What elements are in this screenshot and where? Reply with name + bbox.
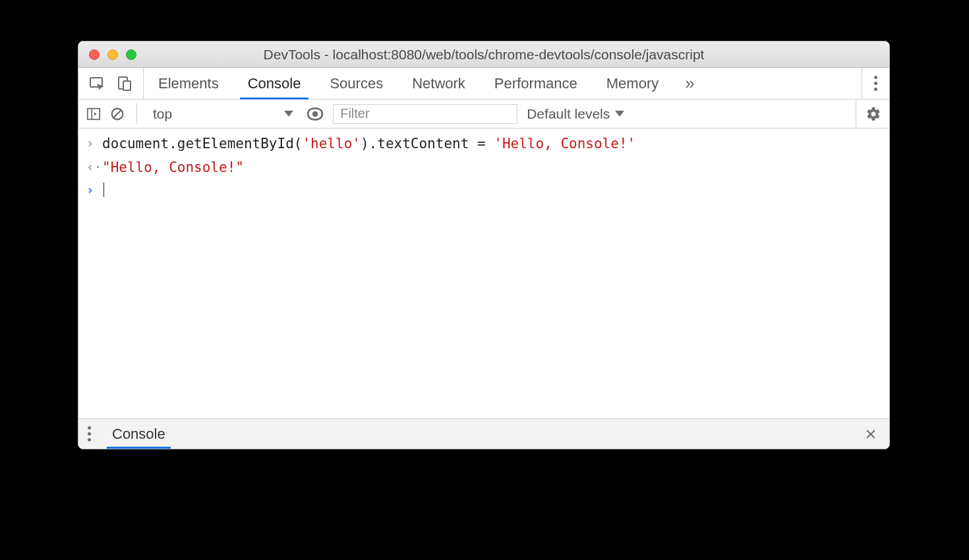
tab-memory[interactable]: Memory — [592, 68, 673, 99]
inspect-element-icon[interactable] — [89, 76, 105, 92]
main-menu — [862, 68, 889, 99]
tab-console[interactable]: Console — [233, 68, 316, 99]
chevron-down-icon — [284, 111, 293, 117]
console-output[interactable]: › document.getElementById('hello').textC… — [78, 128, 889, 418]
svg-point-8 — [312, 111, 318, 117]
tab-performance[interactable]: Performance — [480, 68, 592, 99]
chevron-down-icon — [615, 111, 624, 117]
window-minimize-button[interactable] — [107, 49, 118, 60]
context-selector[interactable]: top — [149, 106, 297, 122]
live-expression-icon[interactable] — [307, 105, 324, 123]
input-chevron-icon: › — [86, 132, 102, 156]
panel-tabs: Elements Console Sources Network Perform… — [144, 68, 673, 99]
prompt-input[interactable] — [102, 179, 104, 203]
tab-elements[interactable]: Elements — [144, 68, 233, 99]
console-toolbar: top Default levels — [78, 99, 889, 128]
console-result: ‹· "Hello, Console!" — [78, 156, 889, 180]
window-title: DevTools - localhost:8080/web/tools/chro… — [78, 47, 889, 63]
output-chevron-icon: ‹· — [86, 156, 102, 180]
device-toolbar-icon[interactable] — [117, 76, 132, 92]
drawer: Console — [78, 418, 889, 449]
drawer-close-button[interactable] — [852, 419, 889, 449]
kebab-menu-icon[interactable] — [874, 76, 877, 91]
console-prompt[interactable]: › — [78, 179, 889, 203]
drawer-tab-console[interactable]: Console — [100, 419, 177, 449]
drawer-menu — [78, 419, 100, 449]
window-titlebar: DevTools - localhost:8080/web/tools/chro… — [78, 42, 889, 68]
tabs-overflow-button[interactable]: » — [673, 68, 706, 99]
svg-rect-3 — [88, 108, 100, 119]
context-selector-value: top — [153, 106, 172, 122]
kebab-menu-icon[interactable] — [88, 426, 91, 441]
filter-input[interactable] — [333, 104, 517, 124]
svg-marker-5 — [94, 112, 97, 116]
window-close-button[interactable] — [89, 49, 100, 60]
code-line: document.getElementById('hello').textCon… — [102, 132, 635, 156]
tab-sources[interactable]: Sources — [315, 68, 397, 99]
gear-icon[interactable] — [866, 106, 881, 122]
main-tabstrip: Elements Console Sources Network Perform… — [78, 68, 889, 99]
svg-line-7 — [114, 110, 121, 117]
console-sidebar-toggle-icon[interactable] — [86, 107, 101, 121]
devtools-window: DevTools - localhost:8080/web/tools/chro… — [78, 41, 890, 449]
tab-network[interactable]: Network — [397, 68, 480, 99]
console-input-echo: › document.getElementById('hello').textC… — [78, 132, 889, 156]
window-maximize-button[interactable] — [126, 49, 136, 60]
clear-console-icon[interactable] — [110, 107, 125, 121]
console-settings — [856, 99, 881, 128]
inspect-tools — [78, 68, 144, 99]
result-value: "Hello, Console!" — [102, 156, 244, 180]
prompt-chevron-icon: › — [86, 179, 102, 203]
traffic-lights — [78, 49, 136, 60]
svg-rect-2 — [123, 81, 131, 90]
log-levels-label: Default levels — [527, 106, 610, 122]
log-levels-selector[interactable]: Default levels — [527, 106, 624, 122]
